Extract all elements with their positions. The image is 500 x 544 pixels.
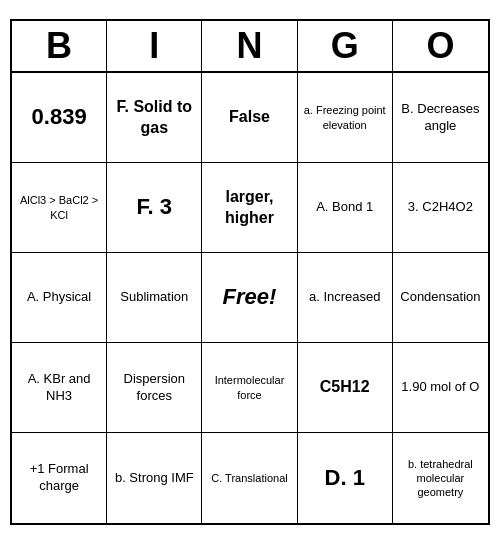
cell-r5-c3: C. Translational xyxy=(202,433,297,523)
cell-r3-c5: Condensation xyxy=(393,253,488,343)
header-letter-b: B xyxy=(12,21,107,71)
cell-r5-c2: b. Strong IMF xyxy=(107,433,202,523)
header-letter-o: O xyxy=(393,21,488,71)
cell-r3-c1: A. Physical xyxy=(12,253,107,343)
cell-r1-c4: a. Freezing point elevation xyxy=(298,73,393,163)
cell-r2-c2: F. 3 xyxy=(107,163,202,253)
cell-r2-c3: larger, higher xyxy=(202,163,297,253)
cell-r1-c5: B. Decreases angle xyxy=(393,73,488,163)
bingo-header: BINGO xyxy=(12,21,488,73)
cell-r1-c2: F. Solid to gas xyxy=(107,73,202,163)
cell-r5-c5: b. tetrahedral molecular geometry xyxy=(393,433,488,523)
cell-r2-c1: AlCl3 > BaCl2 > KCl xyxy=(12,163,107,253)
header-letter-g: G xyxy=(298,21,393,71)
cell-r2-c5: 3. C2H4O2 xyxy=(393,163,488,253)
cell-r2-c4: A. Bond 1 xyxy=(298,163,393,253)
cell-r3-c3: Free! xyxy=(202,253,297,343)
cell-r5-c1: +1 Formal charge xyxy=(12,433,107,523)
cell-r4-c3: Intermolecular force xyxy=(202,343,297,433)
cell-r5-c4: D. 1 xyxy=(298,433,393,523)
cell-r4-c5: 1.90 mol of O xyxy=(393,343,488,433)
cell-r4-c4: C5H12 xyxy=(298,343,393,433)
cell-r3-c2: Sublimation xyxy=(107,253,202,343)
cell-r3-c4: a. Increased xyxy=(298,253,393,343)
header-letter-n: N xyxy=(202,21,297,71)
cell-r1-c3: False xyxy=(202,73,297,163)
cell-r4-c1: A. KBr and NH3 xyxy=(12,343,107,433)
header-letter-i: I xyxy=(107,21,202,71)
bingo-card: BINGO 0.839F. Solid to gasFalsea. Freezi… xyxy=(10,19,490,525)
bingo-grid: 0.839F. Solid to gasFalsea. Freezing poi… xyxy=(12,73,488,523)
cell-r1-c1: 0.839 xyxy=(12,73,107,163)
cell-r4-c2: Dispersion forces xyxy=(107,343,202,433)
